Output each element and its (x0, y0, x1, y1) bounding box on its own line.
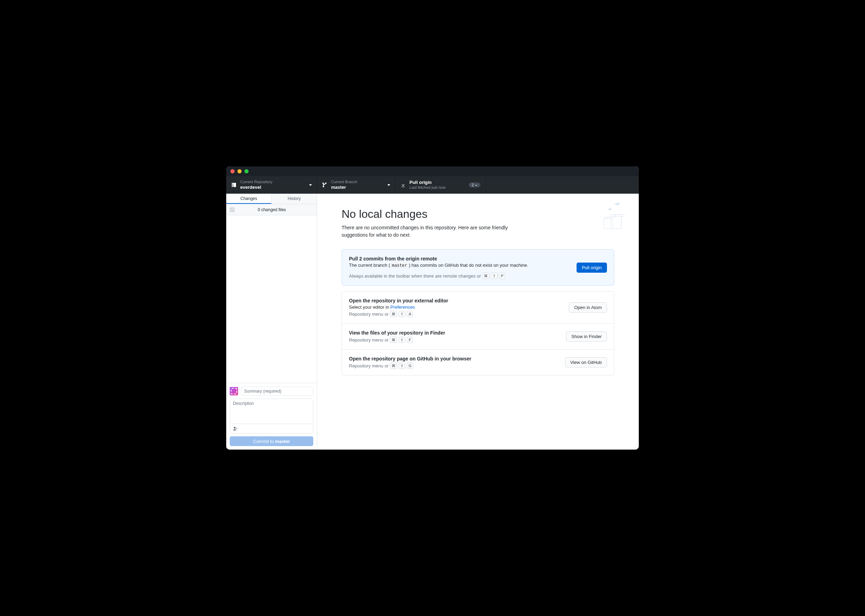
main-content: No local changes There are no uncommitte… (317, 194, 639, 449)
card-github: Open the repository page on GitHub in yo… (341, 350, 614, 376)
card-pull-desc: The current branch (master) has commits … (349, 262, 569, 268)
repo-icon (231, 182, 237, 188)
kbd-f: F (407, 337, 413, 343)
card-pull-title: Pull 2 commits from the origin remote (349, 256, 569, 261)
repo-label: Current Repository (240, 180, 305, 185)
select-all-checkbox[interactable] (230, 207, 234, 212)
preferences-link[interactable]: Preferences (390, 305, 415, 310)
fetch-pull-button[interactable]: Pull origin Last fetched just now 2 (395, 176, 486, 194)
kbd-shift: ⇧ (399, 363, 405, 369)
card-pull: Pull 2 commits from the origin remote Th… (341, 249, 614, 286)
card-editor: Open the repository in your external edi… (341, 291, 614, 324)
add-coauthor-button[interactable] (232, 426, 239, 432)
pull-count-badge: 2 (469, 182, 480, 187)
card-editor-hint: Repository menu or ⌘ ⇧ A (349, 311, 562, 317)
tab-history[interactable]: History (271, 194, 317, 204)
avatar (230, 387, 238, 395)
view-on-github-button[interactable]: View on GitHub (565, 357, 607, 368)
page-title: No local changes (341, 207, 614, 221)
commit-summary-input[interactable] (241, 387, 313, 396)
commit-description-input[interactable] (230, 399, 313, 424)
kbd-shift: ⇧ (399, 337, 405, 343)
pull-origin-button[interactable]: Pull origin (577, 262, 607, 273)
changed-files-count: 0 changed files (237, 207, 313, 212)
titlebar (226, 167, 639, 176)
changed-files-header: 0 changed files (226, 204, 317, 215)
hero: No local changes There are no uncommitte… (341, 207, 614, 239)
kbd-p: P (499, 273, 505, 279)
repo-name: everdevel (240, 185, 305, 190)
file-list (226, 215, 317, 383)
git-branch-icon (322, 182, 328, 188)
commit-button-branch: master (275, 439, 290, 444)
tab-changes[interactable]: Changes (226, 194, 271, 204)
card-editor-desc: Select your editor in Preferences (349, 305, 562, 310)
suggestion-cards: Pull 2 commits from the origin remote Th… (341, 249, 614, 376)
commit-button-prefix: Commit to (253, 439, 275, 444)
fetch-label: Pull origin (409, 180, 466, 185)
svg-rect-0 (604, 218, 613, 229)
open-in-atom-button[interactable]: Open in Atom (569, 302, 607, 313)
commit-panel: Commit to master (226, 383, 317, 449)
app-window: Current Repository everdevel Current Bra… (226, 167, 639, 449)
show-in-finder-button[interactable]: Show in Finder (566, 332, 607, 341)
kbd-cmd: ⌘ (390, 311, 397, 317)
card-pull-hint: Always available in the toolbar when the… (349, 273, 569, 279)
kbd-cmd: ⌘ (482, 273, 489, 279)
pull-count: 2 (472, 183, 474, 187)
branch-name: master (331, 185, 384, 190)
branch-label: Current Branch (331, 180, 384, 185)
toolbar: Current Repository everdevel Current Bra… (226, 176, 639, 194)
sidebar-tabs: Changes History (226, 194, 317, 204)
commit-description-box (230, 399, 313, 434)
card-finder-title: View the files of your repository in Fin… (349, 330, 559, 336)
body: Changes History 0 changed files (226, 194, 639, 449)
kbd-shift: ⇧ (491, 273, 497, 279)
page-subtitle: There are no uncommitted changes in this… (341, 224, 530, 239)
repository-dropdown[interactable]: Current Repository everdevel (226, 176, 317, 194)
card-finder: View the files of your repository in Fin… (341, 324, 614, 350)
sidebar: Changes History 0 changed files (226, 194, 317, 449)
download-icon (400, 182, 406, 188)
kbd-shift: ⇧ (399, 311, 405, 317)
kbd-cmd: ⌘ (390, 363, 397, 369)
kbd-a: A (407, 311, 413, 317)
kbd-cmd: ⌘ (390, 337, 397, 343)
card-editor-title: Open the repository in your external edi… (349, 298, 562, 303)
chevron-down-icon (309, 184, 312, 186)
maximize-window-button[interactable] (244, 169, 248, 173)
branch-dropdown[interactable]: Current Branch master (317, 176, 395, 194)
fetch-sublabel: Last fetched just now (409, 185, 466, 190)
kbd-g: G (407, 363, 413, 369)
chevron-down-icon (387, 184, 390, 186)
decorative-illustration (590, 201, 625, 232)
commit-button[interactable]: Commit to master (230, 436, 313, 446)
card-github-hint: Repository menu or ⌘ ⇧ G (349, 363, 558, 369)
card-github-title: Open the repository page on GitHub in yo… (349, 356, 558, 361)
close-window-button[interactable] (230, 169, 234, 173)
card-finder-hint: Repository menu or ⌘ ⇧ F (349, 337, 559, 343)
minimize-window-button[interactable] (237, 169, 242, 173)
